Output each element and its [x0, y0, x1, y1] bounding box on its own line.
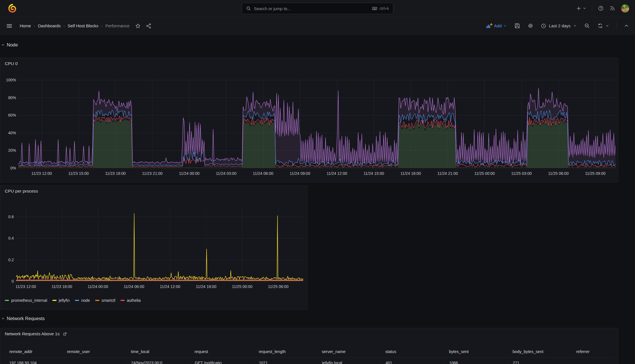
legend-label: smartctl	[102, 298, 115, 303]
table-cell: 24/Nov/2023 00:0	[126, 361, 190, 364]
table-header-row: remote_addrremote_usertime_localrequestr…	[5, 346, 613, 358]
user-avatar[interactable]	[621, 4, 629, 13]
breadcrumb: Home›Dashboards›Self Host Blocks›Perform…	[20, 23, 129, 28]
y-axis-tick: 20%	[1, 148, 16, 153]
legend-swatch	[75, 300, 79, 301]
table-cell: 1071	[254, 361, 317, 364]
chevron-down-icon	[1, 43, 5, 47]
x-axis-tick: 11/25 00:00	[474, 171, 495, 176]
chevron-down-icon	[583, 6, 586, 10]
section-row-network[interactable]: Network Requests	[1, 316, 45, 321]
legend-item-smartctl[interactable]: smartctl	[95, 298, 115, 303]
star-icon[interactable]	[135, 23, 141, 29]
section-title-network: Network Requests	[7, 316, 45, 321]
y-axis-tick: 0.2	[0, 258, 14, 262]
shortcut-label: ctrl+k	[379, 6, 389, 11]
cpu-per-process-plot: 11/23 12:0011/23 18:0011/24 00:0011/24 0…	[16, 207, 303, 281]
panel-cpu-per-process: CPU per process 11/23 12:0011/23 18:0011…	[0, 185, 307, 310]
breadcrumb-item-home[interactable]: Home	[20, 23, 31, 28]
x-axis-tick: 11/23 12:00	[31, 171, 52, 176]
table-cell: 192.168.50.104	[5, 361, 62, 364]
table-row[interactable]: 192.168.50.10424/Nov/2023 00:0GET /notif…	[5, 358, 613, 364]
breadcrumb-separator: ›	[34, 24, 35, 28]
chevron-down-icon	[1, 317, 5, 320]
column-header: request	[190, 349, 254, 354]
x-axis-tick: 11/23 18:00	[52, 284, 72, 289]
dashboard-toolbar: Home›Dashboards›Self Host Blocks›Perform…	[0, 17, 635, 35]
legend-item-node[interactable]: node	[75, 298, 90, 303]
section-row-node[interactable]: Node	[1, 42, 18, 48]
panel-cpu0-title[interactable]: CPU 0	[0, 58, 618, 69]
save-dashboard-icon[interactable]	[514, 23, 520, 29]
search-icon	[246, 6, 251, 11]
legend-item-prometheus_internal[interactable]: prometheus_internal	[5, 298, 47, 303]
breadcrumb-item-performance: Performance	[105, 23, 129, 28]
legend-label: prometheus_internal	[11, 298, 47, 303]
column-header: referrer	[572, 349, 613, 354]
divider	[616, 22, 617, 30]
y-axis-tick: 0.6	[0, 215, 14, 219]
breadcrumb-item-dashboards[interactable]: Dashboards	[38, 23, 61, 28]
legend-item-authelia[interactable]: authelia	[120, 298, 141, 303]
time-range-picker[interactable]: Last 2 days	[541, 23, 577, 29]
y-axis-tick: 0	[0, 279, 14, 283]
x-axis-tick: 11/24 21:00	[437, 171, 458, 176]
panel-network-requests: Network Requests Above 1s remote_addrrem…	[0, 328, 618, 364]
column-header: bytes_sent	[444, 349, 508, 354]
y-axis-tick: 80%	[1, 95, 16, 100]
x-axis-tick: 11/25 09:00	[585, 171, 605, 176]
external-link-icon[interactable]	[62, 332, 67, 336]
x-axis-tick: 11/25 06:00	[548, 171, 569, 176]
refresh-button[interactable]	[597, 23, 609, 29]
panel-cpu-per-process-title[interactable]: CPU per process	[0, 186, 307, 197]
x-axis-tick: 11/24 00:00	[179, 171, 200, 176]
add-label: Add	[494, 23, 502, 28]
top-navbar: Search or jump to... ctrl+k	[0, 0, 635, 17]
legend-label: node	[81, 298, 90, 303]
breadcrumb-separator: ›	[64, 24, 65, 28]
new-menu-button[interactable]	[576, 6, 586, 11]
search-placeholder: Search or jump to...	[254, 6, 372, 11]
table-cell: 1066	[444, 361, 508, 364]
search-input[interactable]: Search or jump to... ctrl+k	[242, 3, 393, 14]
x-axis-tick: 11/24 06:00	[253, 171, 273, 176]
share-icon[interactable]	[146, 23, 151, 29]
y-axis-tick: 40%	[1, 131, 16, 135]
breadcrumb-separator: ›	[101, 24, 102, 28]
column-header: remote_user	[62, 349, 126, 354]
breadcrumb-item-self-host-blocks[interactable]: Self Host Blocks	[68, 23, 98, 28]
cpu0-chart[interactable]	[18, 80, 616, 168]
news-rss-icon[interactable]	[609, 5, 615, 11]
grafana-logo[interactable]	[7, 3, 17, 14]
collapse-toolbar-icon[interactable]	[624, 23, 629, 28]
table-cell: GET /notificatio	[190, 361, 254, 364]
y-axis-tick: 60%	[1, 113, 16, 117]
zoom-out-icon[interactable]	[584, 23, 590, 29]
time-range-label: Last 2 days	[549, 23, 571, 28]
y-axis-tick: 100%	[1, 78, 16, 82]
chevron-down-icon	[573, 24, 577, 28]
table-cell: 271	[508, 361, 572, 364]
y-axis-tick: 0.4	[0, 236, 14, 240]
add-panel-button[interactable]: Add	[486, 23, 507, 29]
x-axis-tick: 11/24 15:00	[364, 171, 384, 176]
network-requests-table: remote_addrremote_usertime_localrequestr…	[5, 346, 613, 364]
column-header: server_name	[317, 349, 381, 354]
x-axis-tick: 11/25 06:00	[268, 284, 289, 289]
dashboard-settings-icon[interactable]	[527, 23, 533, 29]
section-title-node: Node	[7, 42, 18, 48]
help-icon[interactable]	[598, 5, 604, 11]
menu-icon[interactable]	[6, 23, 12, 29]
cpu-per-process-chart[interactable]	[16, 207, 303, 281]
clock-icon	[541, 23, 546, 29]
x-axis-tick: 11/23 18:00	[105, 171, 126, 176]
add-panel-icon	[486, 23, 493, 29]
x-axis-tick: 11/25 00:00	[232, 284, 252, 289]
x-axis-tick: 11/25 03:00	[511, 171, 532, 176]
x-axis-tick: 11/24 00:00	[88, 284, 108, 289]
panel-network-title[interactable]: Network Requests Above 1s	[0, 328, 618, 340]
legend-item-jellyfin[interactable]: jellyfin	[52, 298, 70, 303]
x-axis-tick: 11/24 09:00	[290, 171, 310, 176]
column-header: body_bytes_sent	[508, 349, 572, 354]
x-axis-tick: 11/24 06:00	[124, 284, 144, 289]
